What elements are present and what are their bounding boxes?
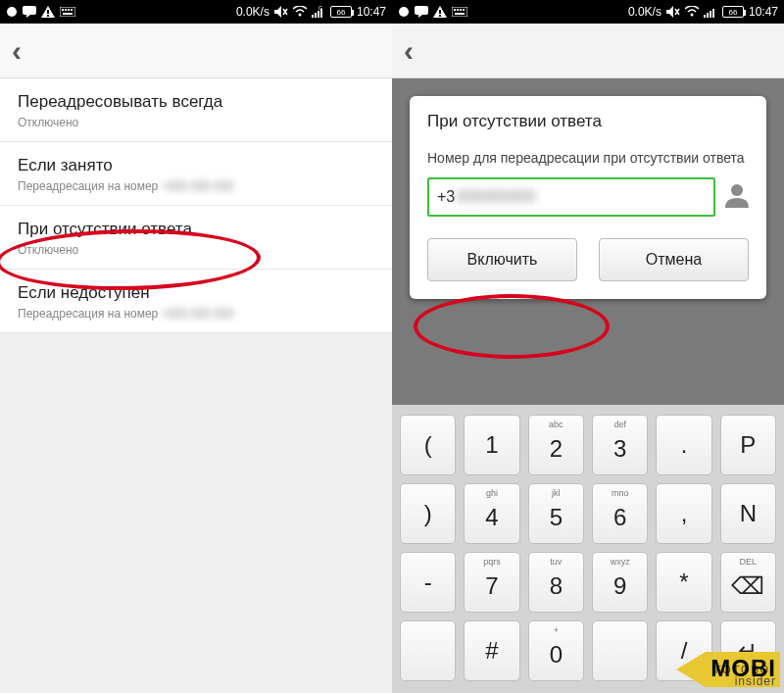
forwarding-dialog: При отсутствии ответа Номер для переадре… xyxy=(410,96,766,299)
warning-icon xyxy=(433,6,447,18)
key-P[interactable]: P xyxy=(720,415,776,475)
clock: 10:47 xyxy=(357,5,386,19)
blurred-number: +000 000 000 xyxy=(162,307,234,321)
network-speed: 0.0K/s xyxy=(236,5,270,19)
network-speed: 0.0K/s xyxy=(628,5,662,19)
item-title: Если недоступен xyxy=(18,283,374,303)
svg-rect-20 xyxy=(452,7,467,17)
key-9[interactable]: wxyz9 xyxy=(592,552,648,613)
settings-content: Переадресовывать всегда Отключено Если з… xyxy=(0,78,392,693)
blurred-number: 000000000 xyxy=(457,188,535,206)
forward-busy-item[interactable]: Если занято Переадресация на номер +000 … xyxy=(0,142,392,206)
cancel-button[interactable]: Отмена xyxy=(599,238,749,281)
key-1[interactable]: 1 xyxy=(464,415,519,475)
svg-rect-25 xyxy=(455,13,465,15)
signal-icon: G xyxy=(312,6,325,18)
wifi-icon xyxy=(293,6,307,18)
key-5[interactable]: jkl5 xyxy=(528,483,584,544)
dialog-title: При отсутствии ответа xyxy=(427,112,749,131)
dialog-label: Номер для переадресации при отсутствии о… xyxy=(427,149,749,168)
battery-icon: 66 xyxy=(330,6,352,18)
key-4[interactable]: ghi4 xyxy=(464,483,519,544)
nav-bar: ‹ xyxy=(0,24,392,78)
key-⌫[interactable]: DEL⌫ xyxy=(720,552,776,613)
key-3[interactable]: def3 xyxy=(592,415,648,475)
key-2[interactable]: abc2 xyxy=(528,415,584,475)
red-highlight-ellipse xyxy=(414,294,610,359)
download-icon xyxy=(398,6,410,18)
back-chevron-icon[interactable]: ‹ xyxy=(12,34,22,68)
key-0[interactable]: +0 xyxy=(528,620,584,681)
svg-point-0 xyxy=(7,7,17,17)
svg-rect-11 xyxy=(312,15,314,18)
blurred-number: +000 000 000 xyxy=(162,179,234,193)
svg-rect-13 xyxy=(318,11,319,18)
svg-rect-2 xyxy=(47,10,49,14)
svg-rect-18 xyxy=(439,10,441,14)
svg-rect-3 xyxy=(47,15,49,17)
enable-button[interactable]: Включить xyxy=(427,238,577,281)
key-#[interactable]: # xyxy=(464,620,519,681)
item-subtitle: Отключено xyxy=(18,116,374,129)
signal-icon xyxy=(704,6,717,18)
forwarding-number-input[interactable]: +3 000000000 xyxy=(427,177,715,217)
svg-rect-7 xyxy=(68,9,70,11)
warning-icon xyxy=(41,6,55,18)
svg-rect-5 xyxy=(62,9,64,11)
forwarding-list: Переадресовывать всегда Отключено Если з… xyxy=(0,78,392,333)
download-icon xyxy=(6,6,18,18)
svg-rect-17 xyxy=(415,6,428,15)
key-([interactable]: ( xyxy=(400,415,456,475)
svg-rect-4 xyxy=(60,7,75,17)
svg-point-10 xyxy=(298,14,301,17)
key-7[interactable]: pqrs7 xyxy=(464,552,519,613)
left-screenshot: 0.0K/s G 66 10:47 ‹ Переадресовывать все… xyxy=(0,0,392,693)
key-*[interactable]: * xyxy=(656,552,711,613)
mute-icon xyxy=(666,6,680,18)
svg-rect-24 xyxy=(463,9,465,11)
forward-noanswer-item[interactable]: При отсутствии ответа Отключено xyxy=(0,206,392,270)
svg-text:G: G xyxy=(318,6,322,11)
mute-icon xyxy=(274,6,288,18)
svg-point-26 xyxy=(690,14,693,17)
forward-always-item[interactable]: Переадресовывать всегда Отключено xyxy=(0,78,392,142)
key-N[interactable]: N xyxy=(720,483,776,544)
forward-unreachable-item[interactable]: Если недоступен Переадресация на номер +… xyxy=(0,270,392,333)
contact-picker-icon[interactable] xyxy=(725,182,749,212)
numeric-keypad: (1abc2def3.P)ghi4jkl5mno6,N-pqrs7tuv8wxy… xyxy=(392,405,784,693)
watermark-text: MOBI insider xyxy=(710,658,776,687)
svg-rect-12 xyxy=(315,13,317,18)
key-)[interactable]: ) xyxy=(400,483,456,544)
right-screenshot: 0.0K/s 66 10:47 ‹ При отсутствии ответа … xyxy=(392,0,784,693)
svg-rect-27 xyxy=(704,15,706,18)
item-subtitle: Переадресация на номер +000 000 000 xyxy=(18,307,374,321)
key-8[interactable]: tuv8 xyxy=(528,552,584,613)
key-.[interactable]: . xyxy=(656,415,711,475)
status-bar: 0.0K/s 66 10:47 xyxy=(392,0,784,24)
svg-rect-6 xyxy=(65,9,67,11)
svg-rect-21 xyxy=(454,9,456,11)
key-blank[interactable] xyxy=(400,620,456,681)
svg-rect-22 xyxy=(457,9,459,11)
battery-icon: 66 xyxy=(722,6,744,18)
svg-rect-28 xyxy=(707,13,709,18)
svg-rect-9 xyxy=(63,13,73,15)
key-blank[interactable] xyxy=(592,620,648,681)
back-chevron-icon[interactable]: ‹ xyxy=(404,34,414,68)
svg-rect-8 xyxy=(71,9,73,11)
clock: 10:47 xyxy=(749,5,778,19)
keyboard-icon xyxy=(60,7,75,17)
nav-bar: ‹ xyxy=(392,24,784,78)
key--[interactable]: - xyxy=(400,552,456,613)
keyboard-icon xyxy=(452,7,467,17)
svg-rect-29 xyxy=(710,11,711,18)
key-6[interactable]: mno6 xyxy=(592,483,648,544)
svg-point-16 xyxy=(399,7,409,17)
item-title: При отсутствии ответа xyxy=(18,220,374,239)
svg-point-31 xyxy=(731,184,743,196)
key-,[interactable]: , xyxy=(656,483,711,544)
svg-rect-1 xyxy=(23,6,36,15)
status-bar: 0.0K/s G 66 10:47 xyxy=(0,0,392,24)
item-subtitle: Переадресация на номер +000 000 000 xyxy=(18,179,374,193)
svg-rect-23 xyxy=(460,9,462,11)
